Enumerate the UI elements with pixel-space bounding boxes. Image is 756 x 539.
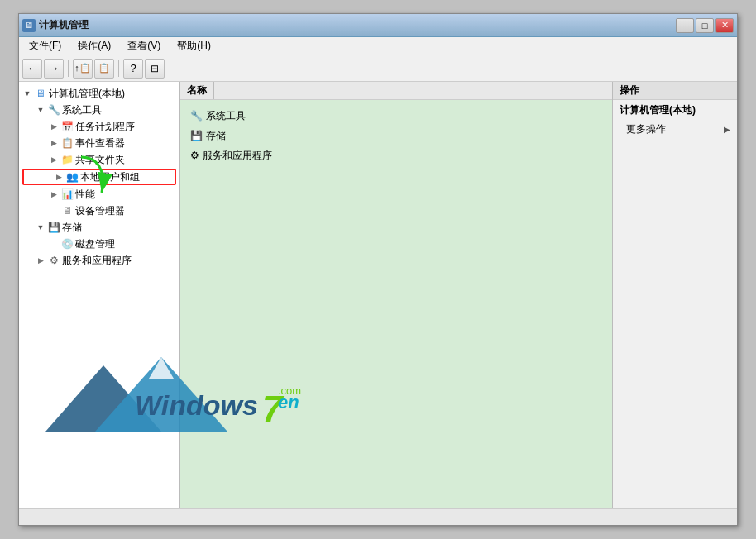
center-icon-system-tools: 🔧 [190, 110, 203, 122]
tree-item-system-tools[interactable]: ▼ 🔧 系统工具 [19, 102, 179, 118]
menu-action[interactable]: 操作(A) [71, 37, 117, 55]
icon-task-scheduler: 📅 [60, 120, 74, 133]
expander-event-viewer: ▶ [47, 136, 60, 150]
center-label-system-tools: 系统工具 [206, 109, 246, 123]
window-title: 计算机管理 [39, 18, 89, 32]
back-button[interactable]: ← [22, 59, 42, 79]
icon-shared-folders: 📁 [60, 153, 74, 166]
tree-label-event-viewer: 事件查看器 [75, 136, 125, 150]
right-panel: 操作 计算机管理(本地) 更多操作 ▶ [613, 82, 737, 508]
main-area: ▼ 🖥 计算机管理(本地) ▼ 🔧 系统工具 ▶ 📅 任务计划程序 ▶ 📋 事件… [19, 82, 737, 508]
tree-item-storage[interactable]: ▼ 💾 存储 [19, 219, 179, 236]
icon-storage: 💾 [47, 221, 60, 234]
center-header: 名称 [180, 82, 612, 100]
menu-bar: 文件(F) 操作(A) 查看(V) 帮助(H) [19, 37, 737, 55]
center-item-services[interactable]: ⚙ 服务和应用程序 [187, 146, 605, 165]
show-button[interactable]: 📋 [94, 59, 114, 79]
tree-item-services[interactable]: ▶ ⚙ 服务和应用程序 [19, 252, 179, 269]
tree-label-performance: 性能 [75, 188, 95, 202]
right-section-title: 计算机管理(本地) [613, 100, 737, 121]
tree-label-disk-management: 磁盘管理 [75, 237, 115, 251]
tree-item-event-viewer[interactable]: ▶ 📋 事件查看器 [19, 135, 179, 151]
center-col-name: 名称 [180, 82, 214, 99]
expander-task-scheduler: ▶ [47, 120, 60, 133]
toolbar-separator [68, 60, 69, 77]
tree-item-task-scheduler[interactable]: ▶ 📅 任务计划程序 [19, 118, 179, 135]
help-button[interactable]: ? [123, 59, 143, 79]
title-bar-controls: ─ □ ✕ [676, 18, 734, 33]
tree-label-root: 计算机管理(本地) [49, 87, 125, 101]
icon-services: ⚙ [47, 254, 60, 267]
tree-item-performance[interactable]: ▶ 📊 性能 [19, 186, 179, 203]
tree-label-local-users: 本地用户和组 [80, 170, 140, 184]
minimize-button[interactable]: ─ [676, 18, 694, 33]
expander-services: ▶ [34, 254, 47, 267]
right-panel-header: 操作 [613, 82, 737, 100]
menu-view[interactable]: 查看(V) [121, 37, 167, 55]
center-icon-services: ⚙ [190, 150, 199, 161]
icon-disk-management: 💿 [60, 237, 74, 250]
tree-label-device-manager: 设备管理器 [75, 204, 125, 218]
tree-item-root[interactable]: ▼ 🖥 计算机管理(本地) [19, 85, 179, 102]
tree-item-shared-folders[interactable]: ▶ 📁 共享文件夹 [19, 151, 179, 168]
center-label-storage: 存储 [206, 129, 226, 143]
title-bar-left: 🖥 计算机管理 [22, 18, 89, 32]
tree-label-shared-folders: 共享文件夹 [75, 153, 125, 167]
properties-button[interactable]: ⊟ [145, 59, 165, 79]
expander-storage: ▼ [34, 221, 47, 234]
center-content: 🔧 系统工具 💾 存储 ⚙ 服务和应用程序 [180, 100, 612, 508]
right-item-more-actions[interactable]: 更多操作 ▶ [613, 121, 737, 138]
maximize-button[interactable]: □ [696, 18, 714, 33]
icon-system-tools: 🔧 [47, 103, 60, 117]
menu-help[interactable]: 帮助(H) [170, 37, 218, 55]
expander-system-tools: ▼ [34, 103, 47, 117]
center-item-storage[interactable]: 💾 存储 [187, 126, 605, 145]
icon-device-manager: 🖥 [60, 204, 74, 217]
icon-computer: 🖥 [34, 87, 47, 100]
icon-event-viewer: 📋 [60, 136, 74, 150]
toolbar-separator-2 [118, 60, 119, 77]
close-button[interactable]: ✕ [715, 18, 734, 33]
right-item-label: 更多操作 [626, 122, 666, 136]
icon-performance: 📊 [60, 188, 74, 201]
main-window: 🖥 计算机管理 ─ □ ✕ 文件(F) 操作(A) 查看(V) 帮助(H) ← … [18, 13, 738, 526]
expander-disk-management [47, 237, 60, 250]
tree-item-device-manager[interactable]: 🖥 设备管理器 [19, 203, 179, 219]
window-icon: 🖥 [22, 19, 36, 32]
status-bar [19, 508, 737, 525]
tree-label-system-tools: 系统工具 [62, 103, 102, 117]
tree-label-services: 服务和应用程序 [62, 254, 132, 268]
menu-file[interactable]: 文件(F) [22, 37, 68, 55]
expander-device-manager [47, 204, 60, 217]
center-item-system-tools[interactable]: 🔧 系统工具 [187, 107, 605, 125]
expander-root: ▼ [21, 87, 34, 100]
center-panel: 名称 🔧 系统工具 💾 存储 ⚙ 服务和应用程序 [180, 82, 613, 508]
center-label-services: 服务和应用程序 [203, 149, 272, 163]
expander-local-users: ▶ [52, 170, 65, 184]
tree-label-task-scheduler: 任务计划程序 [75, 120, 135, 134]
expander-performance: ▶ [47, 188, 60, 201]
tree-item-disk-management[interactable]: 💿 磁盘管理 [19, 236, 179, 252]
icon-local-users: 👥 [65, 170, 79, 184]
expander-shared-folders: ▶ [47, 153, 60, 166]
toolbar: ← → ↑📋 📋 ? ⊟ [19, 55, 737, 82]
right-arrow-icon: ▶ [724, 125, 730, 134]
tree-item-local-users[interactable]: ▶ 👥 本地用户和组 [22, 169, 176, 185]
tree-panel: ▼ 🖥 计算机管理(本地) ▼ 🔧 系统工具 ▶ 📅 任务计划程序 ▶ 📋 事件… [19, 82, 180, 508]
center-icon-storage: 💾 [190, 130, 203, 141]
forward-button[interactable]: → [44, 59, 64, 79]
title-bar: 🖥 计算机管理 ─ □ ✕ [19, 14, 737, 37]
tree-label-storage: 存储 [62, 221, 82, 235]
up-button[interactable]: ↑📋 [73, 59, 93, 79]
